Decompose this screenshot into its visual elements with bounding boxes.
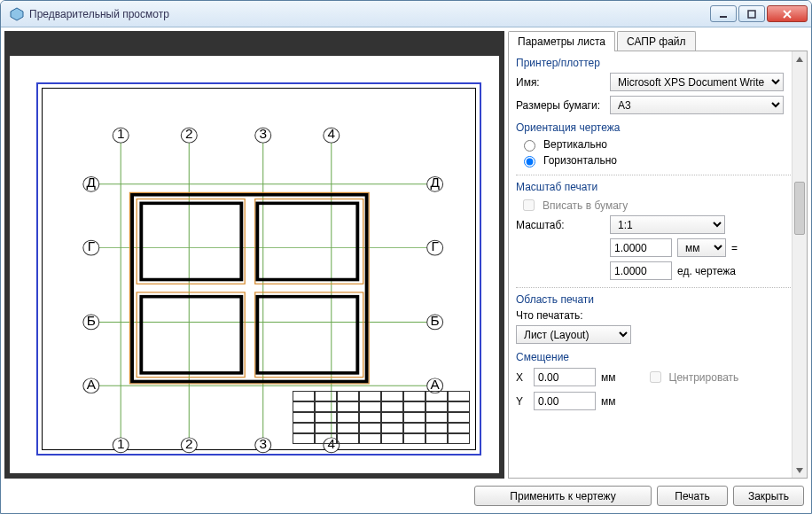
svg-text:Б: Б [431,314,440,327]
fit-to-paper[interactable]: Вписать в бумагу [519,197,784,214]
window-title: Предварительный просмотр [29,8,710,20]
dialog-window: Предварительный просмотр [0,0,812,514]
center-offset[interactable]: Центрировать [646,369,739,386]
svg-rect-22 [257,297,357,373]
svg-text:2: 2 [185,128,193,141]
group-scale: Масштаб печати Вписать в бумагу Масштаб:… [516,181,800,280]
svg-text:2: 2 [185,437,193,450]
group-scale-title: Масштаб печати [516,181,784,193]
fit-to-paper-checkbox[interactable] [523,199,535,211]
svg-rect-16 [255,199,363,284]
tab-body: Принтер/плоттер Имя: Microsoft XPS Docum… [508,51,808,479]
scroll-down-icon[interactable] [792,463,807,478]
title-block [293,391,470,444]
tab-cad-file[interactable]: САПР файл [617,31,696,51]
scroll-thumb[interactable] [794,182,805,235]
offset-x-label: X [516,371,528,384]
svg-text:А: А [431,378,440,391]
offset-y-value[interactable] [534,392,596,410]
titlebar[interactable]: Предварительный просмотр [1,1,811,27]
center-offset-label: Центрировать [669,371,739,384]
print-button[interactable]: Печать [657,486,728,506]
svg-text:1: 1 [117,128,125,141]
equals-sign: = [731,242,738,254]
svg-text:Д: Д [87,176,96,190]
main-row: 1 2 3 4 1 2 3 4 Д Г [4,31,808,479]
group-offset-title: Смещение [516,351,784,363]
svg-text:1: 1 [117,437,125,450]
svg-marker-55 [796,57,803,62]
group-orientation-title: Ориентация чертежа [516,121,784,134]
svg-text:Б: Б [87,314,96,327]
group-orientation: Ориентация чертежа Вертикально Горизонта… [516,121,800,167]
printer-name-label: Имя: [516,76,605,89]
group-offset: Смещение X мм Центрировать [516,351,800,410]
client-area: 1 2 3 4 1 2 3 4 Д Г [1,27,811,513]
maximize-button[interactable] [738,5,765,22]
svg-text:Г: Г [431,240,438,253]
paper-size-select[interactable]: A3 [610,96,784,114]
offset-y-unit: мм [601,395,616,408]
svg-rect-2 [748,11,755,18]
print-area-select[interactable]: Лист (Layout) [516,325,631,344]
group-printer: Принтер/плоттер Имя: Microsoft XPS Docum… [516,57,800,114]
sheet-inner-frame: 1 2 3 4 1 2 3 4 Д Г [42,88,476,450]
svg-rect-21 [257,203,357,279]
tab-strip: Параметры листа САПР файл [508,31,808,51]
svg-text:Д: Д [430,176,439,190]
close-button[interactable] [767,5,808,22]
svg-marker-0 [11,8,23,20]
svg-text:3: 3 [259,128,267,141]
offset-x-unit: мм [601,371,616,384]
svg-text:А: А [87,378,96,391]
scale-top-value[interactable] [610,238,672,257]
svg-text:3: 3 [259,437,267,450]
scale-bottom-unit: ед. чертежа [677,265,736,277]
orientation-vertical-radio[interactable] [524,140,535,152]
scale-select[interactable]: 1:1 [610,215,725,234]
sheet-frame: 1 2 3 4 1 2 3 4 Д Г [36,82,481,456]
footer-buttons: Применить к чертежу Печать Закрыть [4,479,808,510]
scale-top-unit[interactable]: мм [677,238,726,257]
scale-label: Масштаб: [516,219,605,231]
scroll-track[interactable] [792,66,807,463]
preview-pane: 1 2 3 4 1 2 3 4 Д Г [4,31,504,479]
svg-rect-19 [141,203,241,279]
orientation-horizontal-radio[interactable] [524,156,535,167]
center-offset-checkbox[interactable] [650,371,661,383]
orientation-horizontal[interactable]: Горизонтально [519,153,784,167]
divider [516,287,800,288]
group-print-area-title: Область печати [516,293,784,306]
svg-text:Г: Г [88,240,95,253]
minimize-button[interactable] [710,5,737,22]
settings-pane: Параметры листа САПР файл Принтер/плотте… [508,31,808,479]
app-icon [10,7,24,21]
svg-marker-56 [796,468,803,473]
group-print-area: Область печати Что печатать: Лист (Layou… [516,293,800,344]
print-what-label: Что печатать: [516,309,784,322]
apply-button[interactable]: Применить к чертежу [474,486,652,506]
printer-name-select[interactable]: Microsoft XPS Document Write [610,73,784,91]
preview-canvas[interactable]: 1 2 3 4 1 2 3 4 Д Г [10,56,499,473]
scale-bottom-value[interactable] [610,261,672,280]
settings-scrollbar[interactable] [792,51,807,478]
paper-size-label: Размеры бумаги: [516,99,605,112]
svg-rect-15 [137,292,245,378]
orientation-vertical-label: Вертикально [543,138,607,151]
svg-rect-13 [129,192,369,383]
offset-x-value[interactable] [534,368,596,386]
tab-sheet-params[interactable]: Параметры листа [508,31,615,51]
divider [516,175,800,175]
svg-rect-14 [137,199,245,284]
group-printer-title: Принтер/плоттер [516,57,784,69]
offset-y-label: Y [516,395,528,408]
window-buttons [710,5,808,22]
orientation-vertical[interactable]: Вертикально [519,137,784,152]
svg-rect-20 [141,297,241,373]
orientation-horizontal-label: Горизонтально [543,154,617,167]
scroll-up-icon[interactable] [792,51,807,66]
close-dialog-button[interactable]: Закрыть [733,486,804,506]
svg-text:4: 4 [328,128,336,141]
svg-rect-17 [255,292,363,378]
fit-to-paper-label: Вписать в бумагу [543,199,628,212]
